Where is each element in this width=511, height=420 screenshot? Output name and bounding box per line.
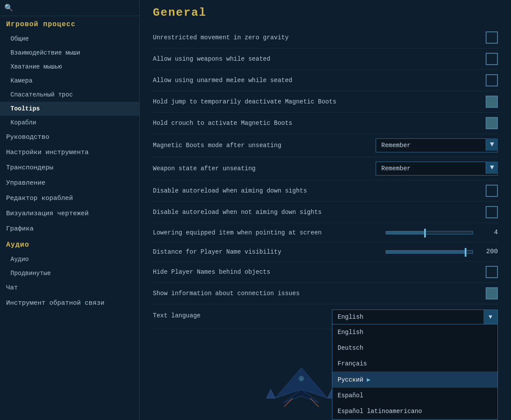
setting-row-player-name-dist: Distance for Player Name visibility 200	[153, 242, 498, 262]
search-bar[interactable]: 🔍	[0, 0, 139, 16]
setting-label-autoreload-noads: Disable autoreload when not aiming down …	[153, 209, 486, 216]
checkbox-hide-names[interactable]	[486, 266, 498, 278]
sidebar-item-upravlenie[interactable]: Управление	[0, 176, 139, 191]
boots-mode-dropdown-btn[interactable]: Remember	[376, 138, 498, 152]
setting-control-lowering-item: 4	[386, 229, 498, 236]
lowering-item-slider-value: 4	[478, 229, 498, 236]
lowering-item-slider-wrap: 4	[386, 229, 498, 236]
checkbox-hold-crouch[interactable]	[486, 117, 498, 129]
checkbox-autoreload-noads[interactable]	[486, 206, 498, 218]
setting-control-player-name-dist: 200	[386, 248, 498, 255]
setting-row-hide-names: Hide Player Names behind objects	[153, 262, 498, 283]
lang-option-deutsch[interactable]: Deutsch	[332, 340, 497, 356]
setting-row-unrestricted: Unrestricted movement in zero gravity	[153, 27, 498, 48]
sidebar-item-obshie[interactable]: Общие	[0, 32, 139, 46]
setting-control-hold-crouch	[486, 117, 498, 129]
sidebar-item-audio[interactable]: Аудио	[0, 252, 139, 266]
player-name-dist-slider-fill	[386, 251, 466, 253]
setting-row-autoreload-noads: Disable autoreload when not aiming down …	[153, 202, 498, 223]
sidebar-item-spasatelny[interactable]: Спасательный трос	[0, 88, 139, 102]
setting-row-language: Text language English ▼ English Deutsch …	[153, 304, 498, 329]
sidebar-item-korabli[interactable]: Корабли	[0, 116, 139, 130]
boots-mode-dropdown[interactable]: Remember ▼	[376, 138, 498, 152]
setting-label-boots-mode: Magnetic Boots mode after unseating	[153, 142, 376, 149]
sidebar-item-rukovodstvo[interactable]: Руководство	[0, 130, 139, 145]
player-name-dist-slider-track[interactable]	[386, 250, 473, 254]
checkbox-unrestricted[interactable]	[486, 31, 498, 44]
language-dropdown-value: English	[338, 313, 363, 320]
setting-control-connection-info	[486, 287, 498, 300]
sidebar-item-prodvinutye[interactable]: Продвинутые	[0, 266, 139, 280]
weapon-state-dropdown[interactable]: Remember ▼	[376, 162, 498, 176]
lowering-item-slider-thumb[interactable]	[424, 229, 426, 238]
setting-row-lowering-item: Lowering equipped item when pointing at …	[153, 223, 498, 242]
sidebar-audio-section: Аудио	[0, 237, 139, 252]
setting-control-boots-mode: Remember ▼	[376, 138, 498, 152]
lang-option-francais[interactable]: Français	[332, 356, 497, 372]
sidebar: 🔍 Игровой процесс Общие Взаимодействие м…	[0, 0, 140, 420]
weapon-state-dropdown-btn[interactable]: Remember	[376, 162, 498, 176]
lowering-item-slider-track[interactable]	[386, 231, 473, 234]
checkbox-hold-jump[interactable]	[486, 96, 498, 108]
sidebar-item-chat[interactable]: Чат	[0, 280, 139, 296]
player-name-dist-slider-value: 200	[478, 248, 498, 255]
setting-control-melee-seated	[486, 74, 498, 86]
setting-label-autoreload-ads: Disable autoreload when aiming down sigh…	[153, 187, 486, 194]
setting-label-melee-seated: Allow using unarmed melee while seated	[153, 77, 486, 84]
weapon-state-arrow-icon: ▼	[486, 162, 498, 174]
setting-control-autoreload-noads	[486, 206, 498, 218]
lang-option-espanol-lat[interactable]: Español latinoamericano	[332, 403, 497, 419]
setting-row-hold-crouch: Hold crouch to activate Magnetic Boots	[153, 113, 498, 134]
setting-row-melee-seated: Allow using unarmed melee while seated	[153, 70, 498, 91]
checkbox-autoreload-ads[interactable]	[486, 185, 498, 197]
setting-label-hide-names: Hide Player Names behind objects	[153, 269, 486, 275]
language-dropdown-menu: English Deutsch Français Русский ▶ Españ…	[332, 324, 498, 420]
setting-label-weapons-seated: Allow using weapons while seated	[153, 55, 486, 62]
setting-label-hold-crouch: Hold crouch to activate Magnetic Boots	[153, 120, 486, 127]
boots-mode-value: Remember	[381, 142, 411, 149]
setting-control-autoreload-ads	[486, 185, 498, 197]
setting-control-language: English ▼ English Deutsch Français Русск…	[332, 310, 498, 324]
main-content: General Unrestricted movement in zero gr…	[140, 0, 511, 420]
sidebar-main-section: Игровой процесс	[0, 16, 139, 32]
sidebar-item-vizualizatsiya[interactable]: Визуализация чертежей	[0, 206, 139, 221]
language-dropdown[interactable]: English ▼ English Deutsch Français Русск…	[332, 310, 498, 324]
search-icon: 🔍	[4, 3, 13, 12]
sidebar-item-redaktor[interactable]: Редактор кораблей	[0, 191, 139, 206]
setting-row-weapons-seated: Allow using weapons while seated	[153, 48, 498, 70]
player-name-dist-slider-thumb[interactable]	[465, 248, 466, 257]
setting-control-weapons-seated	[486, 53, 498, 65]
setting-label-weapon-state: Weapon state after unseating	[153, 165, 376, 172]
setting-label-unrestricted: Unrestricted movement in zero gravity	[153, 34, 486, 41]
weapon-state-value: Remember	[381, 165, 411, 172]
sidebar-item-feedback[interactable]: Инструмент обратной связи	[0, 296, 139, 311]
player-name-dist-slider-wrap: 200	[386, 248, 498, 255]
sidebar-item-vzaimodeistvie[interactable]: Взаимодействие мыши	[0, 46, 139, 60]
sidebar-item-tooltips[interactable]: Tooltips	[0, 102, 139, 116]
checkbox-melee-seated[interactable]	[486, 74, 498, 86]
lang-option-russian[interactable]: Русский ▶	[332, 372, 497, 388]
sidebar-item-kamera[interactable]: Камера	[0, 74, 139, 88]
setting-row-hold-jump: Hold jump to temporarily deactivate Magn…	[153, 91, 498, 113]
sidebar-item-grafika[interactable]: Графика	[0, 221, 139, 237]
lang-option-english[interactable]: English	[332, 324, 497, 340]
sidebar-item-hvataie[interactable]: Хватание мышью	[0, 60, 139, 74]
setting-label-player-name-dist: Distance for Player Name visibility	[153, 248, 386, 255]
sidebar-item-transpondery[interactable]: Транспондеры	[0, 160, 139, 176]
lang-option-espanol[interactable]: Español	[332, 388, 497, 403]
language-arrow-icon: ▼	[483, 310, 497, 324]
setting-label-language: Text language	[153, 310, 332, 319]
setting-row-weapon-state: Weapon state after unseating Remember ▼	[153, 157, 498, 180]
setting-label-lowering-item: Lowering equipped item when pointing at …	[153, 229, 386, 236]
lowering-item-slider-fill	[386, 231, 425, 234]
setting-label-hold-jump: Hold jump to temporarily deactivate Magn…	[153, 98, 486, 105]
checkbox-connection-info[interactable]	[486, 287, 498, 300]
setting-row-connection-info: Show information about connection issues	[153, 283, 498, 304]
sidebar-item-nastroyki[interactable]: Настройки инструмента	[0, 145, 139, 160]
boots-mode-arrow-icon: ▼	[486, 138, 498, 151]
language-dropdown-btn[interactable]: English ▼	[332, 310, 498, 324]
checkbox-weapons-seated[interactable]	[486, 53, 498, 65]
setting-row-autoreload-ads: Disable autoreload when aiming down sigh…	[153, 180, 498, 202]
setting-label-connection-info: Show information about connection issues	[153, 290, 486, 297]
setting-control-unrestricted	[486, 31, 498, 44]
